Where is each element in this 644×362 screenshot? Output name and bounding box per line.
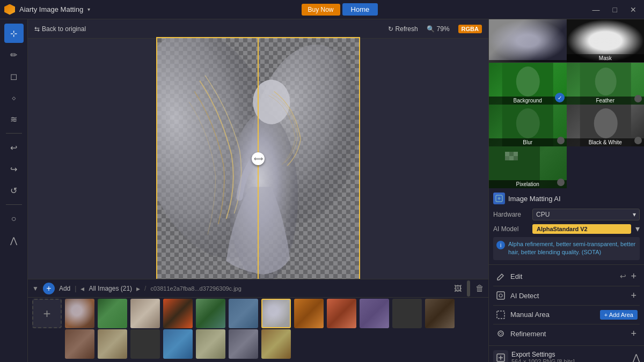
- thumb-item-active[interactable]: [261, 299, 291, 328]
- title-bar: Aiarty Image Matting ▾ Buy Now Home — □ …: [0, 0, 644, 19]
- select-tool-button[interactable]: ⊹: [4, 24, 24, 43]
- thumb-item[interactable]: [425, 299, 455, 328]
- thumb-item[interactable]: [130, 329, 160, 359]
- redo-button[interactable]: ↪: [4, 159, 24, 179]
- thumb-item[interactable]: [294, 299, 324, 328]
- info-icon: i: [496, 241, 505, 249]
- center-content: ⇆ Back to original ↻ Refresh 🔍 79% RGBA: [28, 19, 488, 362]
- thumb-item[interactable]: [65, 329, 94, 359]
- toolbar-separator-2: [6, 204, 22, 205]
- ai-model-badge[interactable]: AlphaStandard V2: [532, 224, 631, 234]
- strip-toggle-icon[interactable]: ▼: [32, 285, 39, 292]
- history-icon: ○: [11, 214, 17, 224]
- manual-area-tool-row: Manual Area + Add Area: [493, 306, 640, 324]
- thumb-item[interactable]: [261, 329, 291, 359]
- add-area-button[interactable]: + Add Area: [600, 310, 638, 320]
- image-info-icon[interactable]: 🖼: [454, 284, 462, 293]
- thumb-item[interactable]: [98, 299, 127, 328]
- split-handle[interactable]: ⟺: [252, 152, 265, 165]
- thumb-item[interactable]: [163, 329, 193, 359]
- close-button[interactable]: ✕: [627, 4, 640, 15]
- ai-model-row: AI Model AlphaStandard V2 ▾: [493, 224, 640, 234]
- smudge-tool-button[interactable]: ≋: [4, 109, 24, 129]
- background-effect-thumb[interactable]: Background ✓: [489, 63, 567, 105]
- bw-effect-dot: [634, 137, 642, 144]
- title-dropdown-icon[interactable]: ▾: [87, 6, 90, 12]
- ai-detect-plus-button[interactable]: +: [630, 290, 638, 301]
- pixelation-effect-thumb[interactable]: Pixelation: [489, 146, 567, 188]
- fill-tool-button[interactable]: ⬦: [4, 88, 24, 107]
- thumb-item[interactable]: [65, 299, 94, 328]
- strip-images-row1: +: [28, 298, 488, 329]
- zoom-level: 79%: [437, 25, 450, 33]
- svg-point-7: [516, 67, 540, 97]
- svg-rect-16: [509, 152, 514, 156]
- thumb-item[interactable]: [196, 329, 225, 359]
- refresh-button[interactable]: ↻ Refresh: [388, 25, 418, 33]
- thumb-item[interactable]: [98, 329, 127, 359]
- editor-toolbar: ⇆ Back to original ↻ Refresh 🔍 79% RGBA: [28, 19, 488, 39]
- bw-effect-label: Black & White: [567, 138, 645, 146]
- back-to-original-button[interactable]: ⇆ Back to original: [34, 25, 86, 33]
- edit-undo-button[interactable]: ↩: [619, 272, 627, 280]
- undo-button[interactable]: ↩: [4, 138, 24, 157]
- collapse-button[interactable]: ⋀: [4, 231, 24, 250]
- svg-point-23: [499, 294, 502, 297]
- ai-model-dropdown-button[interactable]: ▾: [635, 224, 640, 234]
- export-settings-chevron-button[interactable]: ⋀: [633, 352, 640, 362]
- effect-panel: Background ✓ Feather: [489, 63, 644, 188]
- edit-icon: [495, 271, 506, 282]
- reset-button[interactable]: ↺: [4, 181, 24, 200]
- svg-rect-19: [509, 156, 514, 160]
- rgba-preview-thumb[interactable]: [489, 19, 567, 62]
- blur-effect-thumb[interactable]: Blur: [489, 105, 567, 146]
- svg-rect-18: [505, 156, 509, 160]
- strip-add-button[interactable]: +: [43, 283, 55, 294]
- thumb-item[interactable]: [163, 299, 193, 328]
- thumb-item[interactable]: [327, 299, 356, 328]
- thumb-item[interactable]: [360, 299, 389, 328]
- export-settings-detail: 564 × 1002 PNG [8 bits]: [511, 358, 630, 362]
- hardware-dropdown-icon: ▾: [633, 211, 636, 218]
- thumb-item[interactable]: [130, 299, 160, 328]
- add-image-button[interactable]: +: [32, 299, 62, 328]
- maximize-button[interactable]: □: [610, 4, 620, 15]
- export-settings-icon: [493, 350, 508, 362]
- title-center: Buy Now Home: [302, 3, 378, 16]
- ai-description-box: i Alpha refinement, better semi-transpar…: [493, 237, 640, 260]
- thumb-item[interactable]: [229, 299, 258, 328]
- refinement-plus-button[interactable]: +: [630, 328, 638, 339]
- empty-effect-thumb: [567, 146, 645, 188]
- left-toolbar: ⊹ ✏ ◻ ⬦ ≋ ↩ ↪ ↺ ○ ⋀: [0, 19, 28, 362]
- feather-effect-thumb[interactable]: Feather: [567, 63, 645, 105]
- image-canvas: ⟺: [156, 37, 360, 279]
- background-effect-check: ✓: [555, 93, 565, 102]
- strip-icons: 🖼 🗑: [454, 280, 484, 297]
- manual-area-label: Manual Area: [510, 311, 550, 319]
- buy-now-button[interactable]: Buy Now: [302, 4, 340, 16]
- ai-detect-tool-row: AI Detect +: [493, 286, 640, 306]
- refresh-icon: ↻: [388, 25, 393, 33]
- svg-rect-15: [505, 152, 509, 156]
- strip-images-row2: [28, 329, 488, 362]
- reset-icon: ↺: [10, 186, 17, 196]
- eraser-tool-button[interactable]: ◻: [4, 67, 24, 86]
- select-icon: ⊹: [10, 28, 17, 39]
- export-settings-title: Export Settings: [511, 351, 630, 358]
- strip-nav-right-icon[interactable]: ▸: [136, 284, 140, 293]
- delete-icon[interactable]: 🗑: [475, 284, 484, 293]
- canvas-area: ⟺: [28, 39, 488, 279]
- edit-tool-row: Edit ↩ +: [493, 267, 640, 286]
- thumb-item[interactable]: [229, 329, 258, 359]
- bw-effect-thumb[interactable]: Black & White: [567, 105, 645, 146]
- hardware-select[interactable]: CPU ▾: [532, 209, 640, 220]
- brush-tool-button[interactable]: ✏: [4, 45, 24, 64]
- mask-preview-thumb[interactable]: Mask: [567, 19, 645, 62]
- thumb-item[interactable]: [196, 299, 225, 328]
- home-nav-button[interactable]: Home: [342, 3, 378, 16]
- history-button[interactable]: ○: [4, 209, 24, 228]
- edit-plus-button[interactable]: +: [630, 271, 638, 282]
- strip-nav-left-icon[interactable]: ◂: [80, 284, 84, 293]
- thumb-item[interactable]: [392, 299, 422, 328]
- minimize-button[interactable]: —: [589, 4, 603, 15]
